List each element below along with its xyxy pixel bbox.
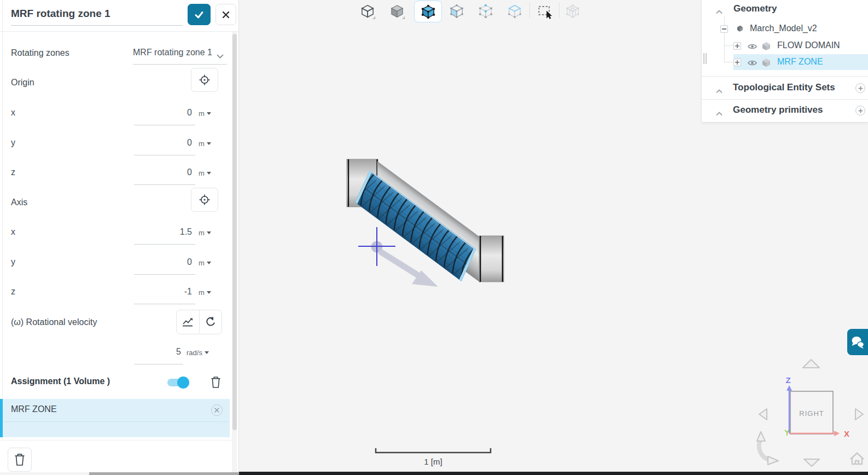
undo-rotate-icon (205, 316, 217, 328)
toolbar-separator (529, 3, 530, 18)
assignment-toggle-knob[interactable] (177, 376, 189, 389)
tree-item-flow-domain[interactable]: FLOW DOMAIN (777, 40, 840, 50)
select-edges-tool[interactable] (505, 1, 525, 21)
origin-pick-button[interactable] (191, 68, 218, 92)
select-volumes-icon (420, 3, 436, 20)
trash-icon (211, 376, 221, 389)
select-edges-icon (506, 3, 523, 19)
origin-label: Origin (11, 78, 34, 88)
select-vertices-tool[interactable] (476, 1, 496, 21)
assignment-item[interactable]: MRF ZONE (11, 404, 57, 414)
origin-x-label: x (11, 108, 15, 118)
tree-item-model[interactable]: March_Model_v2 (750, 24, 817, 33)
target-icon (199, 194, 211, 206)
panel-scrollbar-thumb[interactable] (232, 34, 237, 430)
delete-zone-button[interactable] (8, 448, 32, 472)
origin-y-label: y (11, 138, 15, 148)
caret-down-icon (207, 142, 211, 145)
collapse-primitives-icon[interactable] (716, 108, 723, 118)
axis-z-input[interactable]: -1 (134, 287, 192, 297)
cad-model-icon (736, 25, 744, 33)
row-divider (3, 421, 230, 422)
solid-body-icon (762, 42, 771, 51)
reset-value-button[interactable] (200, 310, 222, 334)
rotate-down-button[interactable] (804, 459, 819, 466)
chevron-down-icon[interactable] (217, 51, 224, 61)
wireframe-cube-icon (359, 3, 376, 19)
rotate-right-button[interactable] (855, 409, 863, 420)
settings-panel: MRF rotating zone 1 Rotating zones MRF r… (0, 0, 239, 472)
origin-z-unit-select[interactable]: m (199, 169, 211, 177)
axis-y-unit-select[interactable]: m (199, 259, 211, 267)
support-chat-button[interactable] (847, 329, 868, 355)
target-icon (199, 74, 211, 86)
expand-flow-domain-button[interactable] (733, 42, 741, 50)
trash-icon (14, 453, 25, 466)
expand-mrf-zone-button[interactable] (733, 59, 741, 66)
home-view-button[interactable] (850, 453, 864, 464)
compass-face-label: RIGHT (799, 409, 824, 418)
remove-assignment-button[interactable] (211, 404, 223, 416)
box-select-tool[interactable] (534, 1, 554, 21)
axis-y-input[interactable]: 0 (134, 257, 192, 267)
rotate-up-button[interactable] (803, 360, 819, 368)
velocity-input[interactable]: 5 (134, 347, 181, 357)
origin-z-input[interactable]: 0 (134, 167, 192, 177)
zone-name-input[interactable]: MRF rotating zone 1 (11, 8, 183, 20)
geometry-tree-panel: Geometry March_Model_v2 FLOW DOMAIN MRF … (701, 0, 868, 123)
panel-scrollbar[interactable] (232, 32, 237, 472)
roll-rotate-button[interactable] (757, 432, 778, 465)
collapse-topological-icon[interactable] (716, 86, 723, 96)
geometry-section-header[interactable]: Geometry (733, 3, 777, 14)
panel-resize-handle[interactable] (703, 53, 708, 64)
axis-x-unit-select[interactable]: m (199, 229, 211, 237)
panel-footer (0, 440, 238, 472)
rotating-zones-select[interactable]: MRF rotating zone 1 (133, 48, 215, 57)
clear-assignment-button[interactable] (211, 376, 221, 391)
collapse-model-button[interactable] (720, 25, 728, 33)
check-icon (193, 9, 205, 21)
rotate-left-button[interactable] (759, 409, 767, 420)
collapse-geometry-icon[interactable] (716, 7, 723, 16)
velocity-input-mode-group (176, 310, 222, 334)
solid-cube-icon (389, 3, 405, 19)
add-primitive-button[interactable] (855, 106, 865, 115)
select-vertices-icon (477, 3, 494, 19)
axis-pick-button[interactable] (191, 188, 218, 212)
view-style-tool[interactable] (358, 1, 377, 21)
caret-down-icon (207, 231, 211, 234)
bottom-scroll-strip (89, 472, 239, 475)
origin-x-unit-select[interactable]: m (199, 109, 211, 118)
axis-y-label: y (11, 257, 15, 267)
navigation-compass: RIGHT Z X (757, 360, 864, 466)
scale-bar-label: 1 [m] (424, 457, 442, 466)
selection-accent-bar (0, 399, 3, 437)
velocity-unit-select[interactable]: rad/s (187, 349, 209, 357)
origin-y-input[interactable]: 0 (134, 138, 192, 148)
primitives-section-header[interactable]: Geometry primitives (733, 105, 823, 115)
flow-domain-outlet-block[interactable] (479, 236, 504, 282)
visibility-eye-icon[interactable] (748, 60, 757, 66)
select-underline (133, 64, 227, 65)
caret-down-icon (207, 172, 211, 175)
add-topological-set-button[interactable] (855, 83, 865, 93)
cancel-button[interactable] (215, 4, 236, 25)
topological-section-header[interactable]: Topological Entity Sets (733, 82, 835, 93)
origin-y-unit-select[interactable]: m (199, 140, 211, 148)
close-icon (214, 408, 219, 413)
assembly-cube-icon (564, 3, 581, 19)
chat-bubbles-icon (850, 335, 865, 349)
origin-x-input[interactable]: 0 (134, 108, 192, 118)
tree-item-mrf-zone[interactable]: MRF ZONE (777, 57, 823, 67)
solid-render-tool[interactable] (387, 1, 407, 21)
visibility-eye-icon[interactable] (748, 43, 757, 50)
table-input-button[interactable] (177, 310, 200, 334)
select-faces-tool[interactable] (447, 1, 467, 21)
apply-button[interactable] (188, 4, 211, 25)
box-select-icon (536, 3, 552, 19)
axis-z-unit-select[interactable]: m (199, 288, 211, 297)
assignment-label: Assignment (1 Volume ) (11, 376, 110, 386)
assignment-list: MRF ZONE (0, 399, 230, 437)
axis-x-input[interactable]: 1.5 (134, 227, 192, 237)
select-volumes-tool[interactable] (414, 1, 442, 22)
